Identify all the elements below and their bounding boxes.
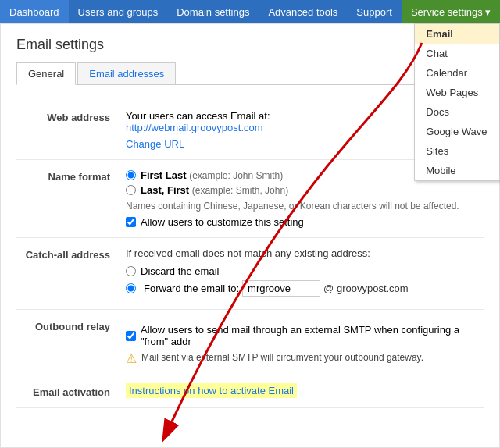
outbound-relay-label: Outbound relay [16, 319, 126, 332]
forward-domain: @ groovypost.com [323, 283, 409, 294]
catchall-desc: If received email does not match any exi… [126, 247, 484, 259]
dropdown-sites[interactable]: Sites [415, 141, 499, 161]
outbound-warning: ⚠ Mail sent via external SMTP will circu… [126, 352, 484, 365]
web-address-url[interactable]: http://webmail.groovypost.com [126, 122, 263, 133]
dropdown-web-pages[interactable]: Web Pages [415, 83, 499, 102]
outbound-checkbox[interactable] [126, 331, 136, 341]
dropdown-mobile[interactable]: Mobile [415, 161, 499, 180]
radio-discard[interactable] [126, 266, 136, 276]
service-settings-dropdown: Email Chat Calendar Web Pages Docs Googl… [414, 23, 500, 181]
radio-forward[interactable] [126, 283, 136, 293]
catchall-content: If received email does not match any exi… [126, 247, 484, 300]
web-address-label: Web address [16, 110, 126, 123]
activation-link[interactable]: Instructions on how to activate Email [126, 383, 297, 398]
dropdown-google-wave[interactable]: Google Wave [415, 122, 499, 141]
names-note: Names containing Chinese, Japanese, or K… [126, 201, 484, 212]
nav-users-groups[interactable]: Users and groups [69, 0, 168, 23]
forward-label: Forward the email to: [144, 283, 239, 294]
customize-checkbox-row: Allow users to customize this setting [126, 216, 484, 228]
catchall-row: Catch-all address If received email does… [16, 238, 484, 310]
email-activation-row: Email activation Instructions on how to … [16, 375, 484, 408]
email-activation-content: Instructions on how to activate Email [126, 385, 484, 396]
dropdown-calendar[interactable]: Calendar [415, 63, 499, 83]
name-format-label: Name format [16, 169, 126, 183]
outbound-relay-content: Allow users to send mail through an exte… [126, 319, 484, 365]
nav-domain-settings[interactable]: Domain settings [167, 0, 259, 23]
nav-dashboard[interactable]: Dashboard [0, 0, 69, 23]
radio-last-first[interactable] [126, 185, 136, 195]
outbound-checkbox-row: Allow users to send mail through an exte… [126, 324, 484, 347]
nav-support[interactable]: Support [347, 0, 402, 23]
warning-icon: ⚠ [126, 353, 137, 365]
customize-checkbox[interactable] [126, 217, 136, 227]
dropdown-chat[interactable]: Chat [415, 44, 499, 63]
navbar: Dashboard Users and groups Domain settin… [0, 0, 500, 23]
email-activation-label: Email activation [16, 385, 126, 398]
nav-advanced-tools[interactable]: Advanced tools [259, 0, 347, 23]
name-format-last-first: Last, First (example: Smith, John) [126, 184, 484, 196]
tab-email-addresses[interactable]: Email addresses [77, 62, 176, 84]
dropdown-docs[interactable]: Docs [415, 102, 499, 122]
catchall-label: Catch-all address [16, 247, 126, 261]
nav-service-settings[interactable]: Service settings ▾ Email Chat Calendar W… [402, 0, 500, 23]
radio-first-last[interactable] [126, 170, 136, 180]
outbound-relay-row: Outbound relay Allow users to send mail … [16, 310, 484, 375]
outbound-checkbox-label: Allow users to send mail through an exte… [141, 324, 484, 347]
web-address-desc: Your users can access Email at: [126, 110, 270, 122]
discard-label: Discard the email [141, 265, 219, 277]
forward-input[interactable] [242, 280, 320, 297]
customize-label: Allow users to customize this setting [141, 216, 304, 228]
warning-text: Mail sent via external SMTP will circumv… [141, 352, 423, 363]
catchall-discard: Discard the email [126, 265, 484, 277]
catchall-forward: Forward the email to: @ groovypost.com [126, 280, 484, 297]
tab-general[interactable]: General [16, 62, 76, 85]
dropdown-email[interactable]: Email [415, 24, 499, 44]
